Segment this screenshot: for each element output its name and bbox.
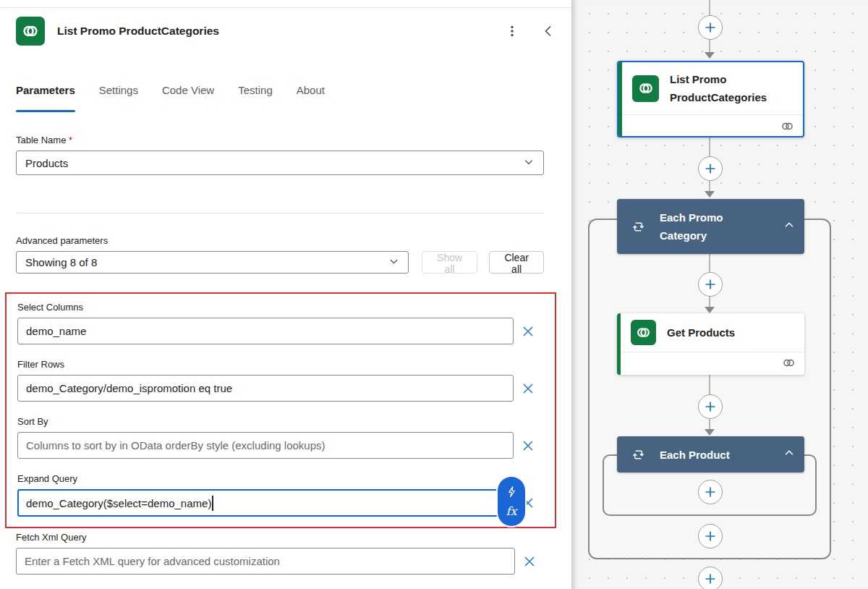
table-name-value: Products [25, 157, 68, 169]
tab-testing[interactable]: Testing [238, 84, 273, 105]
dataverse-icon [631, 320, 656, 345]
arrow-down-icon [705, 307, 715, 313]
dynamic-content-button[interactable] [506, 486, 518, 498]
clear-sort-by-button[interactable] [514, 433, 542, 459]
sort-by-input[interactable] [17, 432, 514, 459]
node-title: List Promo ProductCategories [670, 70, 794, 106]
insert-step-button[interactable] [698, 156, 723, 181]
node-each-product[interactable]: Each Product [617, 436, 804, 473]
node-get-products[interactable]: Get Products [617, 313, 804, 375]
plus-icon [703, 529, 718, 543]
filter-rows-label: Filter Rows [17, 359, 542, 370]
advanced-parameters-value: Showing 8 of 8 [25, 256, 97, 268]
loop-icon [631, 448, 645, 462]
insert-step-button[interactable] [698, 524, 723, 548]
node-title: Each Promo Category [660, 208, 768, 245]
chevron-down-icon [388, 256, 399, 269]
node-list-promo-productcategories[interactable]: List Promo ProductCategories [617, 61, 804, 137]
connector-line [709, 375, 710, 394]
tab-settings[interactable]: Settings [99, 84, 138, 105]
insert-step-button[interactable] [698, 15, 723, 40]
action-parameters-panel: List Promo ProductCategories Parameters … [0, 0, 571, 589]
clear-fetch-xml-button[interactable] [515, 548, 544, 575]
collapse-scope-button[interactable] [783, 446, 796, 462]
chevron-left-icon [541, 24, 556, 38]
arrow-down-icon [705, 191, 715, 198]
fetch-xml-query-label: Fetch Xml Query [16, 532, 544, 543]
node-title: Get Products [667, 323, 735, 342]
plus-icon [703, 161, 718, 176]
insert-step-button[interactable] [698, 394, 723, 419]
advanced-parameters-label: Advanced parameters [16, 235, 544, 246]
expand-query-input[interactable]: demo_Category($select=demo_name) [17, 489, 514, 517]
expand-query-value: demo_Category($select=demo_name) [26, 497, 211, 509]
chevron-up-icon [783, 446, 796, 459]
insert-step-button[interactable] [698, 567, 723, 589]
expression-button[interactable]: fx [506, 504, 517, 518]
clear-all-button[interactable]: Clear all [489, 251, 544, 274]
plus-icon [703, 20, 718, 35]
table-name-label: Table Name * [16, 135, 544, 145]
connection-link-icon [780, 119, 794, 133]
arrow-down-icon [705, 429, 715, 436]
connector-accent-bar [617, 313, 621, 375]
table-name-dropdown[interactable]: Products [16, 151, 544, 175]
collapse-scope-button[interactable] [783, 219, 796, 234]
connector-line [709, 419, 710, 429]
expand-query-label: Expand Query [17, 473, 542, 484]
clear-select-columns-button[interactable] [514, 318, 542, 344]
connector-line [709, 297, 710, 307]
fetch-xml-query-input[interactable] [16, 548, 515, 575]
chevron-down-icon [523, 156, 535, 170]
clear-x-icon [521, 381, 535, 396]
highlighted-fields-outline: Select Columns Filter Rows [5, 292, 556, 528]
required-asterisk: * [69, 135, 72, 145]
connector-line [709, 254, 710, 272]
dataverse-icon [632, 75, 659, 102]
flow-canvas: List Promo ProductCategories Each Promo … [571, 0, 868, 589]
tab-about[interactable]: About [297, 84, 325, 105]
plus-icon [703, 572, 718, 586]
connector-accent-bar [618, 62, 622, 136]
lightning-bolt-icon [506, 486, 518, 498]
section-divider [16, 213, 544, 213]
node-each-promo-category[interactable]: Each Promo Category [617, 199, 804, 254]
more-options-button[interactable] [501, 20, 524, 43]
token-picker-pill: fx [498, 477, 525, 526]
node-title: Each Product [660, 446, 730, 464]
tab-code-view[interactable]: Code View [162, 84, 214, 105]
insert-step-button[interactable] [698, 480, 723, 504]
sort-by-label: Sort By [17, 416, 542, 427]
dataverse-icon [16, 17, 45, 46]
connector-line [709, 137, 710, 156]
select-columns-label: Select Columns [17, 302, 542, 313]
panel-header: List Promo ProductCategories [16, 17, 560, 46]
connector-line [709, 181, 710, 191]
clear-x-icon [522, 554, 537, 569]
kebab-menu-icon [505, 24, 519, 38]
plus-icon [703, 277, 718, 292]
tab-parameters[interactable]: Parameters [16, 84, 75, 105]
chevron-up-icon [783, 219, 796, 232]
panel-title: List Promo ProductCategories [57, 25, 219, 38]
text-cursor [212, 496, 213, 511]
connector-line [709, 0, 710, 16]
plus-icon [703, 399, 718, 414]
show-all-button: Show all [422, 251, 477, 274]
fx-icon: fx [506, 504, 517, 518]
loop-icon [631, 220, 645, 234]
panel-top-border [0, 7, 571, 8]
plus-icon [703, 485, 718, 499]
clear-x-icon [521, 324, 535, 339]
collapse-panel-button[interactable] [537, 20, 560, 43]
connection-link-icon [782, 356, 796, 370]
clear-x-icon [521, 438, 535, 453]
filter-rows-input[interactable] [17, 375, 514, 402]
advanced-parameters-dropdown[interactable]: Showing 8 of 8 [16, 251, 409, 274]
arrow-down-icon [705, 52, 715, 59]
connector-line [709, 40, 710, 52]
panel-tabs: Parameters Settings Code View Testing Ab… [16, 84, 325, 105]
select-columns-input[interactable] [17, 318, 514, 344]
clear-filter-rows-button[interactable] [514, 376, 542, 402]
insert-step-button[interactable] [698, 272, 723, 297]
